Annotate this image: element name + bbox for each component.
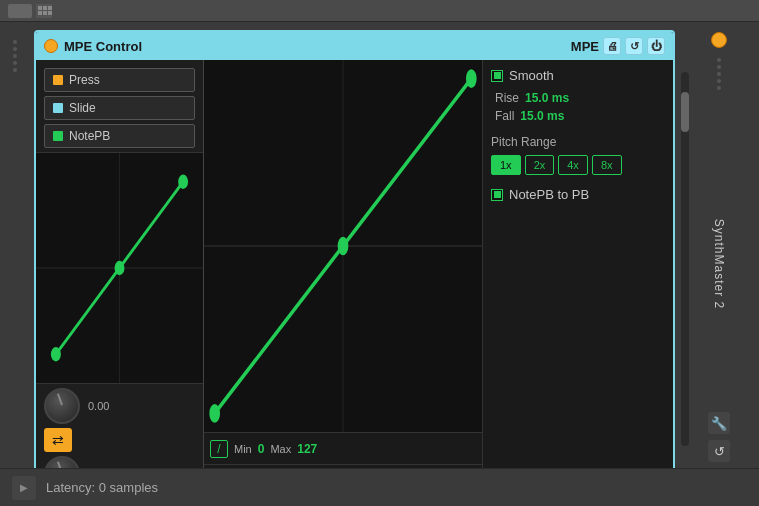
slide-button[interactable]: Slide	[44, 96, 195, 120]
knob-row-swap: ⇄	[44, 428, 195, 452]
graph-bottom-row: / Min 0 Max 127	[204, 432, 482, 464]
loop-button[interactable]: ↺	[708, 440, 730, 462]
mode-buttons: Press Slide NotePB	[36, 60, 203, 152]
power-button[interactable]: ⏻	[647, 37, 665, 55]
pitch-4x-button[interactable]: 4x	[558, 155, 588, 175]
knob-1-value: 0.00	[88, 400, 109, 412]
graph-area: / Min 0 Max 127 ∫ X 64 Y 64	[204, 60, 483, 496]
max-label: Max	[270, 443, 291, 455]
rise-label: Rise	[495, 91, 519, 105]
rise-fall: Rise 15.0 ms Fall 15.0 ms	[491, 91, 665, 123]
notepb-to-pb-label: NotePB to PB	[509, 187, 589, 202]
swap-button[interactable]: ⇄	[44, 428, 72, 452]
top-bar-grid	[36, 4, 52, 18]
graph-svg	[204, 60, 482, 432]
wrench-button[interactable]: 🔧	[708, 412, 730, 434]
bottom-bar: ▶ Latency: 0 samples	[0, 468, 759, 506]
knob-row-1: 0.00	[44, 388, 195, 424]
min-label: Min	[234, 443, 252, 455]
notepb-button[interactable]: NotePB	[44, 124, 195, 148]
pitch-2x-button[interactable]: 2x	[525, 155, 555, 175]
left-controls: Press Slide NotePB	[36, 60, 204, 496]
svg-point-5	[178, 175, 188, 189]
main-area: MPE Control MPE 🖨 ↺ ⏻ Press	[0, 22, 759, 506]
rise-row: Rise 15.0 ms	[495, 91, 665, 105]
press-label: Press	[69, 73, 100, 87]
notepb-row: NotePB to PB	[491, 187, 665, 202]
panel-title: MPE Control	[64, 39, 142, 54]
left-dots	[13, 40, 17, 72]
press-indicator	[53, 75, 63, 85]
left-strip	[0, 22, 30, 506]
panel-header: MPE Control MPE 🖨 ↺ ⏻	[36, 32, 673, 60]
svg-point-3	[51, 347, 61, 361]
pitch-1x-button[interactable]: 1x	[491, 155, 521, 175]
svg-point-4	[115, 261, 125, 275]
play-bottom-button[interactable]: ▶	[12, 476, 36, 500]
fall-label: Fall	[495, 109, 514, 123]
curve-svg	[36, 153, 203, 383]
top-bar	[0, 0, 759, 22]
press-button[interactable]: Press	[44, 68, 195, 92]
right-strip: SynthMaster 2 🔧 ↺ 🔒	[679, 22, 759, 506]
latency-text: Latency: 0 samples	[46, 480, 158, 495]
smooth-label: Smooth	[509, 68, 554, 83]
max-value: 127	[297, 442, 317, 456]
printer-button[interactable]: 🖨	[603, 37, 621, 55]
mpe-panel: MPE Control MPE 🖨 ↺ ⏻ Press	[34, 30, 675, 498]
synth-label: SynthMaster 2	[712, 219, 726, 309]
notepb-label: NotePB	[69, 129, 110, 143]
fall-value: 15.0 ms	[520, 109, 564, 123]
notepb-checkbox[interactable]	[491, 189, 503, 201]
fall-row: Fall 15.0 ms	[495, 109, 665, 123]
right-dots	[717, 58, 721, 90]
pitch-8x-button[interactable]: 8x	[592, 155, 622, 175]
rise-value: 15.0 ms	[525, 91, 569, 105]
slide-indicator	[53, 103, 63, 113]
pitch-range-section: Pitch Range 1x 2x 4x 8x	[491, 135, 665, 175]
scrollbar[interactable]	[681, 72, 689, 446]
smooth-checkbox[interactable]	[491, 70, 503, 82]
refresh-button[interactable]: ↺	[625, 37, 643, 55]
line-icon[interactable]: /	[210, 440, 228, 458]
mpe-label: MPE	[571, 39, 599, 54]
top-bar-icon	[8, 4, 32, 18]
right-controls: Smooth Rise 15.0 ms Fall 15.0 ms Pitch R…	[483, 60, 673, 496]
svg-point-10	[338, 237, 349, 256]
right-circle	[711, 32, 727, 48]
svg-point-11	[466, 69, 477, 88]
min-value: 0	[258, 442, 265, 456]
knob-1[interactable]	[44, 388, 80, 424]
pitch-buttons: 1x 2x 4x 8x	[491, 155, 665, 175]
svg-point-9	[209, 404, 220, 423]
smooth-row: Smooth	[491, 68, 665, 83]
notepb-indicator	[53, 131, 63, 141]
pitch-range-label: Pitch Range	[491, 135, 665, 149]
header-left: MPE Control	[44, 39, 142, 54]
header-circle	[44, 39, 58, 53]
slide-label: Slide	[69, 101, 96, 115]
panel-body: Press Slide NotePB	[36, 60, 673, 496]
scroll-thumb[interactable]	[681, 92, 689, 132]
curve-area	[36, 152, 203, 384]
graph-main	[204, 60, 482, 432]
header-right: MPE 🖨 ↺ ⏻	[571, 37, 665, 55]
